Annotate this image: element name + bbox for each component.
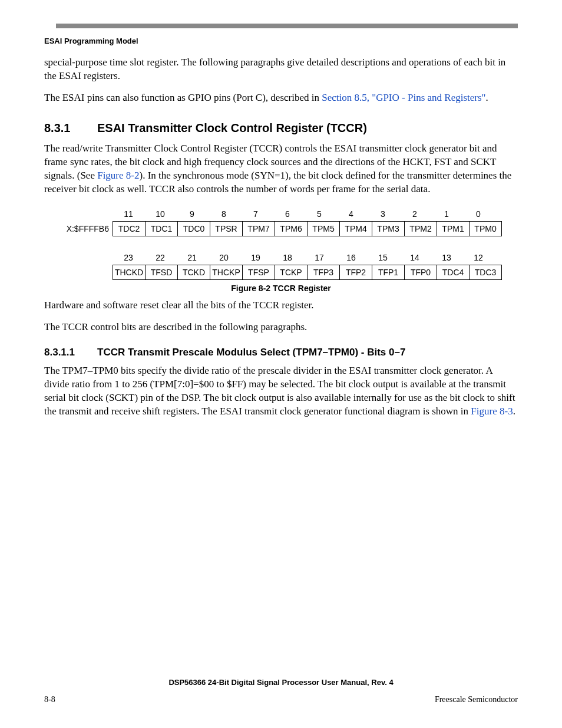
running-head: ESAI Programming Model <box>44 37 518 45</box>
body-paragraph: The read/write Transmitter Clock Control… <box>44 142 518 196</box>
bit-field: TPM4 <box>340 221 372 236</box>
footer-doc-title: DSP56366 24-Bit Digital Signal Processor… <box>44 678 518 687</box>
bit-number: 16 <box>335 251 367 265</box>
bit-field: TPM5 <box>308 221 340 236</box>
bit-number: 4 <box>335 207 367 221</box>
bit-field: TDC1 <box>146 221 178 236</box>
bit-number: 5 <box>303 207 335 221</box>
bit-number: 9 <box>176 207 208 221</box>
bit-number: 22 <box>144 251 176 265</box>
bit-field: THCKP <box>210 265 243 279</box>
bit-number: 1 <box>431 207 462 221</box>
register-row1-bits: 11 10 9 8 7 6 5 4 3 2 1 0 <box>113 207 494 221</box>
text-run: The TPM7–TPM0 bits specify the divide ra… <box>44 365 515 417</box>
bit-number: 14 <box>399 251 431 265</box>
footer-page-number: 8-8 <box>44 695 55 704</box>
body-paragraph: The TCCR control bits are described in t… <box>44 321 518 334</box>
page: ESAI Programming Model special-purpose t… <box>0 0 562 728</box>
bit-field: TPM2 <box>405 221 437 236</box>
bit-field: TPM0 <box>470 221 502 236</box>
cross-ref-link[interactable]: Section 8.5, "GPIO - Pins and Registers" <box>322 92 485 103</box>
figure-caption: Figure 8-2 TCCR Register <box>44 284 518 293</box>
bit-number: 8 <box>208 207 240 221</box>
bit-number: 23 <box>113 251 144 265</box>
register-row2-names: THCKD TFSD TCKD THCKP TFSP TCKP TFP3 TFP… <box>113 265 502 280</box>
bit-field: TCKD <box>178 265 210 279</box>
bit-field: TPM7 <box>243 221 275 236</box>
bit-field: TPM3 <box>372 221 405 236</box>
bit-field: TCKP <box>275 265 308 279</box>
bit-number: 19 <box>240 251 272 265</box>
bit-field: TFP1 <box>372 265 405 279</box>
subsection-title: TCCR Transmit Prescale Modulus Select (T… <box>97 347 405 358</box>
bit-field: TFSP <box>243 265 275 279</box>
bit-field: TPSR <box>210 221 243 236</box>
bit-number: 18 <box>272 251 303 265</box>
bit-field: TDC2 <box>113 221 146 236</box>
body-paragraph: The ESAI pins can also function as GPIO … <box>44 91 518 105</box>
subsection-number: 8.3.1.1 <box>44 347 97 358</box>
bit-number: 11 <box>113 207 144 221</box>
bit-field: THCKD <box>113 265 146 279</box>
bit-number: 15 <box>367 251 399 265</box>
bit-field: TDC4 <box>437 265 470 279</box>
bit-number: 17 <box>303 251 335 265</box>
bit-field: TDC3 <box>470 265 502 279</box>
section-number: 8.3.1 <box>44 121 97 135</box>
bit-number: 3 <box>367 207 399 221</box>
bit-field: TPM1 <box>437 221 470 236</box>
bit-number: 7 <box>240 207 272 221</box>
bit-number: 21 <box>176 251 208 265</box>
header-rule <box>56 24 518 28</box>
bit-number: 12 <box>462 251 494 265</box>
bit-field: TFSD <box>146 265 178 279</box>
bit-number: 13 <box>431 251 462 265</box>
register-row2-bits: 23 22 21 20 19 18 17 16 15 14 13 12 <box>113 251 494 265</box>
page-footer: DSP56366 24-Bit Digital Signal Processor… <box>44 678 518 704</box>
footer-company: Freescale Semiconductor <box>435 695 518 704</box>
register-row1-names: TDC2 TDC1 TDC0 TPSR TPM7 TPM6 TPM5 TPM4 … <box>113 221 502 236</box>
bit-field: TDC0 <box>178 221 210 236</box>
bit-field: TFP3 <box>308 265 340 279</box>
cross-ref-link[interactable]: Figure 8-3 <box>471 406 513 417</box>
register-address: X:$FFFFB6 <box>44 224 113 233</box>
cross-ref-link[interactable]: Figure 8-2 <box>97 170 139 181</box>
bit-number: 10 <box>144 207 176 221</box>
section-heading: 8.3.1ESAI Transmitter Clock Control Regi… <box>44 121 518 135</box>
bit-field: TFP2 <box>340 265 372 279</box>
text-run: . <box>486 92 488 103</box>
bit-number: 2 <box>399 207 431 221</box>
body-paragraph: Hardware and software reset clear all th… <box>44 299 518 312</box>
bit-field: TFP0 <box>405 265 437 279</box>
bit-field: TPM6 <box>275 221 308 236</box>
bit-number: 20 <box>208 251 240 265</box>
text-run: . <box>513 406 515 417</box>
text-run: The ESAI pins can also function as GPIO … <box>44 92 322 103</box>
bit-number: 0 <box>462 207 494 221</box>
body-paragraph: special-purpose time slot register. The … <box>44 56 518 83</box>
body-paragraph: The TPM7–TPM0 bits specify the divide ra… <box>44 364 518 419</box>
bit-number: 6 <box>272 207 303 221</box>
register-diagram: 11 10 9 8 7 6 5 4 3 2 1 0 X:$FFFFB6 <box>44 207 518 280</box>
subsection-heading: 8.3.1.1TCCR Transmit Prescale Modulus Se… <box>44 347 518 358</box>
section-title: ESAI Transmitter Clock Control Register … <box>97 121 367 134</box>
